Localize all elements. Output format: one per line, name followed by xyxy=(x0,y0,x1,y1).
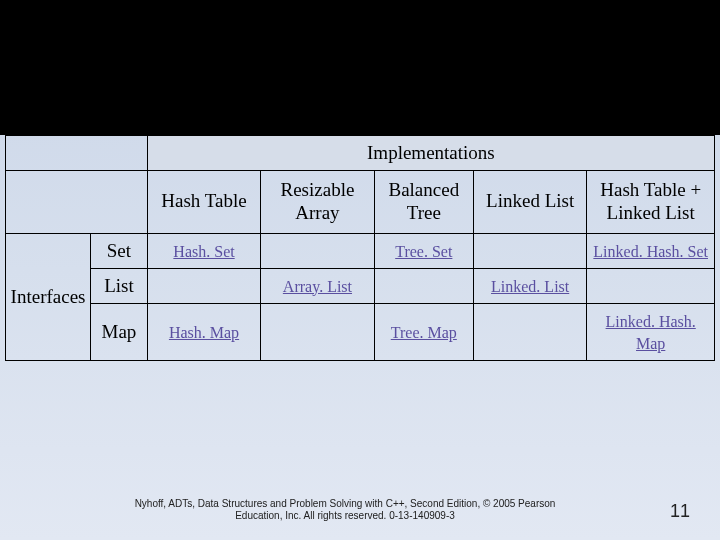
table-row: Map Hash. Map Tree. Map Linked. Hash. Ma… xyxy=(6,303,715,360)
link-arraylist[interactable]: Array. List xyxy=(283,278,352,295)
cell-set-linked xyxy=(473,233,586,268)
col-header-hash-plus-linked: Hash Table + Linked List xyxy=(587,171,715,234)
link-linkedhashmap[interactable]: Linked. Hash. Map xyxy=(606,313,696,352)
row-label-list: List xyxy=(91,268,148,303)
col-header-balanced-tree: Balanced Tree xyxy=(374,171,473,234)
cell-set-tree: Tree. Set xyxy=(374,233,473,268)
col-header-linked-list: Linked List xyxy=(473,171,586,234)
table-header-row: Implementations xyxy=(6,136,715,171)
link-linkedhashset[interactable]: Linked. Hash. Set xyxy=(593,243,708,260)
collections-table-wrapper: Implementations Hash Table Resizable Arr… xyxy=(0,135,720,361)
link-treeset[interactable]: Tree. Set xyxy=(395,243,452,260)
col-header-hash-table: Hash Table xyxy=(147,171,260,234)
cell-list-hash xyxy=(147,268,260,303)
cell-map-linked xyxy=(473,303,586,360)
link-treemap[interactable]: Tree. Map xyxy=(391,324,457,341)
slide-footer: Nyhoff, ADTs, Data Structures and Proble… xyxy=(0,498,720,522)
col-header-resizable-array: Resizable Array xyxy=(261,171,374,234)
cell-list-tree xyxy=(374,268,473,303)
slide-black-header xyxy=(0,0,720,135)
collections-table: Implementations Hash Table Resizable Arr… xyxy=(5,135,715,361)
cell-map-hash: Hash. Map xyxy=(147,303,260,360)
footer-page-number: 11 xyxy=(670,501,690,522)
cell-list-linkedhash xyxy=(587,268,715,303)
row-label-set: Set xyxy=(91,233,148,268)
header-implementations: Implementations xyxy=(147,136,714,171)
cell-map-linkedhash: Linked. Hash. Map xyxy=(587,303,715,360)
header-empty-left xyxy=(6,171,148,234)
cell-set-hash: Hash. Set xyxy=(147,233,260,268)
cell-map-array xyxy=(261,303,374,360)
link-linkedlist[interactable]: Linked. List xyxy=(491,278,569,295)
column-headers-row: Hash Table Resizable Array Balanced Tree… xyxy=(6,171,715,234)
link-hashset[interactable]: Hash. Set xyxy=(173,243,234,260)
table-row: Interfaces Set Hash. Set Tree. Set Linke… xyxy=(6,233,715,268)
row-group-interfaces: Interfaces xyxy=(6,233,91,360)
footer-citation: Nyhoff, ADTs, Data Structures and Proble… xyxy=(130,498,560,522)
row-label-map: Map xyxy=(91,303,148,360)
cell-list-array: Array. List xyxy=(261,268,374,303)
cell-set-array xyxy=(261,233,374,268)
cell-set-linkedhash: Linked. Hash. Set xyxy=(587,233,715,268)
link-hashmap[interactable]: Hash. Map xyxy=(169,324,239,341)
cell-list-linked: Linked. List xyxy=(473,268,586,303)
header-empty-top-left xyxy=(6,136,148,171)
table-row: List Array. List Linked. List xyxy=(6,268,715,303)
cell-map-tree: Tree. Map xyxy=(374,303,473,360)
